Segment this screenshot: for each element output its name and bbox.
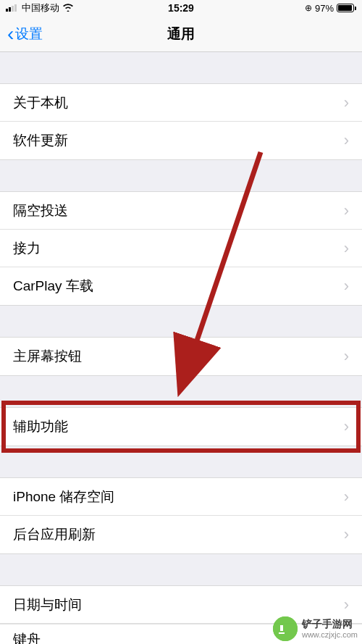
status-right: ⊕ 97% xyxy=(305,3,356,14)
row-handoff[interactable]: 接力 › xyxy=(0,230,362,267)
row-label: iPhone 储存空间 xyxy=(13,488,114,506)
row-home-button[interactable]: 主屏幕按钮 › xyxy=(0,338,362,375)
chevron-right-icon: › xyxy=(344,595,349,614)
chevron-left-icon: ‹ xyxy=(7,24,14,44)
carrier-label: 中国移动 xyxy=(22,1,59,14)
row-label: 接力 xyxy=(13,239,41,258)
watermark-logo-icon xyxy=(273,616,298,641)
battery-icon xyxy=(337,4,356,12)
row-storage[interactable]: iPhone 储存空间 › xyxy=(0,478,362,516)
page-title: 通用 xyxy=(167,25,195,43)
orientation-lock-icon: ⊕ xyxy=(305,3,312,13)
row-background-refresh[interactable]: 后台应用刷新 › xyxy=(0,516,362,553)
status-time: 15:29 xyxy=(168,2,194,14)
row-label: 后台应用刷新 xyxy=(13,525,96,544)
row-label: 关于本机 xyxy=(13,93,68,112)
chevron-right-icon: › xyxy=(344,201,349,220)
chevron-right-icon: › xyxy=(344,347,349,366)
row-label: 辅助功能 xyxy=(13,417,68,436)
status-bar: 中国移动 15:29 ⊕ 97% xyxy=(0,0,362,16)
chevron-right-icon: › xyxy=(344,488,349,506)
row-carplay[interactable]: CarPlay 车载 › xyxy=(0,267,362,305)
chevron-right-icon: › xyxy=(344,239,349,258)
watermark: 铲子手游网 www.czjxjc.com xyxy=(273,616,358,641)
row-accessibility[interactable]: 辅助功能 › xyxy=(0,408,362,446)
battery-percent: 97% xyxy=(315,3,334,14)
svg-point-2 xyxy=(273,616,298,641)
chevron-right-icon: › xyxy=(344,417,349,436)
chevron-right-icon: › xyxy=(344,131,349,150)
watermark-name: 铲子手游网 xyxy=(302,618,358,630)
nav-bar: ‹ 设置 通用 xyxy=(0,16,362,52)
chevron-right-icon: › xyxy=(344,93,349,112)
watermark-url: www.czjxjc.com xyxy=(302,630,358,640)
row-label: CarPlay 车载 xyxy=(13,277,93,296)
back-button[interactable]: ‹ 设置 xyxy=(7,24,43,44)
signal-icon xyxy=(6,4,17,12)
chevron-right-icon: › xyxy=(344,525,349,544)
status-left: 中国移动 xyxy=(6,1,74,14)
row-label: 主屏幕按钮 xyxy=(13,347,82,366)
row-airdrop[interactable]: 隔空投送 › xyxy=(0,192,362,230)
row-label: 日期与时间 xyxy=(13,595,82,614)
row-label: 隔空投送 xyxy=(13,201,68,220)
row-about[interactable]: 关于本机 › xyxy=(0,84,362,122)
wifi-icon xyxy=(62,2,74,14)
back-label: 设置 xyxy=(15,25,43,43)
chevron-right-icon: › xyxy=(344,277,349,296)
row-label: 软件更新 xyxy=(13,131,68,150)
settings-list[interactable]: 关于本机 › 软件更新 › 隔空投送 › 接力 › CarPlay 车载 › 主… xyxy=(0,52,362,644)
row-software-update[interactable]: 软件更新 › xyxy=(0,122,362,159)
